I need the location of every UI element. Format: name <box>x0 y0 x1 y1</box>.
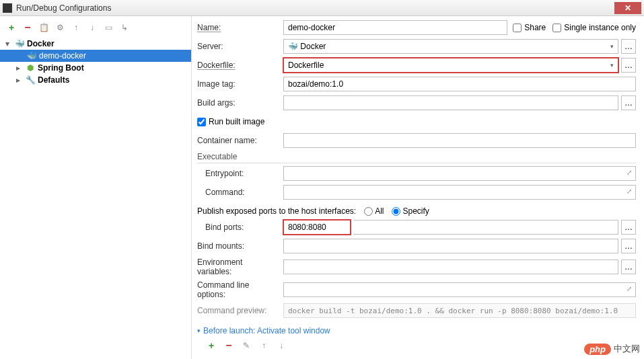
move-up-button[interactable]: ↑ <box>70 22 82 34</box>
container-name-label: Container name: <box>197 136 278 145</box>
expand-icon: ▸ <box>16 75 23 85</box>
app-icon <box>3 3 12 13</box>
close-button[interactable]: ✕ <box>614 2 641 14</box>
before-launch-add-button[interactable]: + <box>205 340 217 352</box>
entrypoint-label: Entrypoint: <box>197 169 278 178</box>
server-select[interactable]: 🐳 Docker ▾ <box>283 39 618 54</box>
bind-mounts-label: Bind mounts: <box>197 241 278 251</box>
tree-label: Spring Boot <box>38 63 84 73</box>
single-instance-checkbox[interactable]: Single instance only <box>552 23 636 32</box>
before-launch-up-button[interactable]: ↑ <box>258 340 270 352</box>
env-vars-label: Environment variables: <box>197 257 278 276</box>
titlebar: Run/Debug Configurations ✕ <box>0 0 644 16</box>
tree-node-defaults[interactable]: ▸ 🔧 Defaults <box>0 74 191 86</box>
docker-icon: 🐳 <box>27 51 36 61</box>
publish-specify-radio[interactable]: Specify <box>392 206 429 216</box>
build-args-label: Build args: <box>197 98 278 108</box>
watermark: php 中文网 <box>584 343 640 355</box>
settings-button[interactable]: ⚙ <box>54 22 66 34</box>
before-launch-header[interactable]: ▾ Before launch: Activate tool window <box>197 326 636 335</box>
build-args-browse-button[interactable]: … <box>621 95 636 110</box>
tree-node-spring-boot[interactable]: ▸ ⬢ Spring Boot <box>0 62 191 74</box>
container-name-input[interactable] <box>283 133 636 148</box>
docker-icon: 🐳 <box>15 39 24 48</box>
dockerfile-browse-button[interactable]: … <box>621 58 636 73</box>
bind-ports-extra[interactable] <box>353 220 618 235</box>
dockerfile-label: Dockerfile: <box>197 61 278 70</box>
image-tag-label: Image tag: <box>197 79 278 89</box>
name-input[interactable] <box>283 20 507 35</box>
expand-icon: ▾ <box>5 39 12 48</box>
env-vars-input[interactable] <box>283 260 618 274</box>
configurations-tree-panel: + − 📋 ⚙ ↑ ↓ ▭ ↳ ▾ 🐳 Docker 🐳 demo-docker <box>0 16 192 359</box>
tree-node-demo-docker[interactable]: 🐳 demo-docker <box>0 50 191 62</box>
command-label: Command: <box>197 188 278 197</box>
cmd-opts-input[interactable] <box>283 282 636 297</box>
name-label: Name: <box>197 23 278 32</box>
single-instance-label: Single instance only <box>564 23 636 32</box>
share-checkbox[interactable]: Share <box>513 23 546 32</box>
chevron-down-icon: ▾ <box>610 62 614 69</box>
config-tree: ▾ 🐳 Docker 🐳 demo-docker ▸ ⬢ Spring Boot… <box>0 38 191 86</box>
remove-config-button[interactable]: − <box>22 22 34 34</box>
before-launch-down-button[interactable]: ↓ <box>275 340 287 352</box>
move-down-button[interactable]: ↓ <box>86 22 98 34</box>
expand-icon[interactable]: ⤢ <box>627 169 632 176</box>
publish-all-radio[interactable]: All <box>364 206 384 216</box>
bind-mounts-browse-button[interactable]: … <box>621 239 636 253</box>
wrench-icon: 🔧 <box>26 75 35 85</box>
publish-label: Publish exposed ports to the host interf… <box>197 206 356 216</box>
command-preview-output <box>283 303 636 318</box>
bind-ports-browse-button[interactable]: … <box>621 220 636 235</box>
bind-ports-label: Bind ports: <box>197 223 278 232</box>
tree-node-docker[interactable]: ▾ 🐳 Docker <box>0 38 191 50</box>
before-launch-remove-button[interactable]: − <box>223 340 235 352</box>
config-form-panel: Name: Share Single instance only Server: <box>192 16 644 359</box>
add-config-button[interactable]: + <box>5 22 17 34</box>
entrypoint-input[interactable] <box>283 166 636 181</box>
expand-icon: ▸ <box>16 63 23 73</box>
tree-label: Docker <box>27 39 55 48</box>
spring-icon: ⬢ <box>26 63 35 73</box>
tree-label: Defaults <box>38 75 69 85</box>
watermark-logo: php <box>584 344 611 355</box>
bind-ports-input[interactable] <box>283 220 351 235</box>
bind-mounts-input[interactable] <box>283 239 618 253</box>
run-built-image-checkbox[interactable]: Run built image <box>197 117 264 126</box>
preview-label: Command preview: <box>197 306 278 315</box>
image-tag-input[interactable] <box>283 77 636 91</box>
window-title: Run/Debug Configurations <box>16 3 614 13</box>
expand-icon[interactable]: ⤢ <box>627 285 632 292</box>
server-browse-button[interactable]: … <box>621 39 636 54</box>
cmd-opts-label: Command line options: <box>197 280 278 299</box>
server-label: Server: <box>197 42 278 51</box>
expand-icon[interactable]: ⤢ <box>627 188 632 195</box>
before-launch-edit-button[interactable]: ✎ <box>240 340 252 352</box>
chevron-down-icon: ▾ <box>610 43 614 50</box>
docker-icon: 🐳 <box>288 42 298 51</box>
env-vars-browse-button[interactable]: … <box>621 260 636 274</box>
dockerfile-select[interactable]: Dockerfile ▾ <box>283 58 618 73</box>
share-label: Share <box>524 23 546 32</box>
collapse-icon: ▾ <box>197 327 201 334</box>
copy-config-button[interactable]: 📋 <box>38 22 50 34</box>
build-args-input[interactable] <box>283 95 618 110</box>
executable-header: Executable <box>197 152 636 163</box>
tree-label: demo-docker <box>39 51 86 61</box>
folder-button[interactable]: ▭ <box>102 22 114 34</box>
watermark-text: 中文网 <box>614 343 640 355</box>
collapse-button[interactable]: ↳ <box>118 22 131 34</box>
command-input[interactable] <box>283 185 636 200</box>
run-built-label: Run built image <box>209 117 264 126</box>
